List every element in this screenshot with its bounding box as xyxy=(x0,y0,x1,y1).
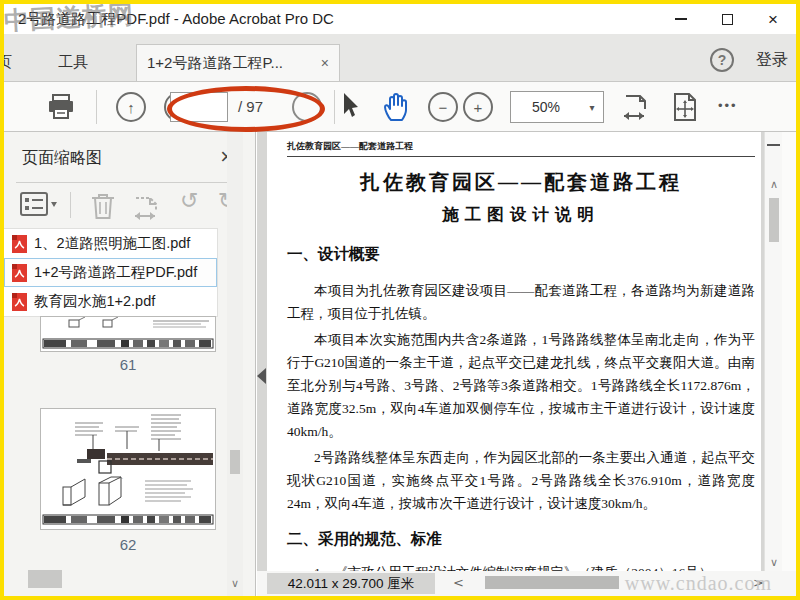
pdf-file-icon xyxy=(12,264,27,282)
window-controls: × xyxy=(658,4,796,34)
thumbnail-page-61[interactable] xyxy=(40,316,216,352)
window-title: 2号路道路工程PDF.pdf - Adobe Acrobat Pro DC xyxy=(18,10,334,29)
viewer-right-margin xyxy=(782,132,796,575)
pdf-file-icon xyxy=(12,235,27,253)
page-size-indicator: 42.011 x 29.700 厘米 xyxy=(267,573,435,594)
title-bar: 2号路道路工程PDF.pdf - Adobe Acrobat Pro DC × xyxy=(4,4,796,34)
main-toolbar: ↑ ↓ / 97 − + 50% ▾ xyxy=(4,82,796,132)
document-viewer: 扎佐教育园区——配套道路工程 扎佐教育园区——配套道路工程 施工图设计说明 一、… xyxy=(257,132,796,596)
page-total-label: / 97 xyxy=(238,98,263,115)
previous-view-button[interactable] xyxy=(292,92,322,122)
rotate-ccw-button[interactable]: ↺ xyxy=(180,188,198,213)
thumbnail-page-62[interactable]: ... xyxy=(40,408,216,530)
panel-title: 页面缩略图 xyxy=(22,148,102,169)
chevron-down-icon[interactable]: ∨ xyxy=(227,577,243,590)
document-subtitle: 施工图设计说明 xyxy=(287,204,755,226)
plus-icon: + xyxy=(474,99,483,116)
scrollbar-top-dash xyxy=(767,144,780,146)
trash-icon xyxy=(90,192,116,220)
minus-icon: − xyxy=(439,99,448,116)
file-list-item[interactable]: 1、2道路照明施工图.pdf xyxy=(4,229,217,258)
zoom-level-dropdown[interactable]: 50% ▾ xyxy=(510,91,604,123)
page-number-input[interactable] xyxy=(170,92,228,122)
more-tools-button[interactable]: ••• xyxy=(718,98,738,113)
horizontal-scrollbar-thumb[interactable] xyxy=(485,576,619,589)
vertical-scrollbar-thumb[interactable] xyxy=(769,198,779,242)
panel-scrollbar[interactable]: ∨ xyxy=(227,132,243,596)
fit-width-button[interactable] xyxy=(620,92,650,126)
file-list-item[interactable]: 教育园水施1+2.pdf xyxy=(4,287,217,316)
print-button[interactable] xyxy=(46,92,76,126)
panel-toolbar-separator xyxy=(70,192,71,218)
previous-page-button[interactable]: ↑ xyxy=(116,92,146,122)
thumbnail-page-number: 62 xyxy=(40,536,216,553)
document-title: 扎佐教育园区——配套道路工程 xyxy=(287,169,755,196)
panel-divider xyxy=(16,182,242,183)
paragraph: 2号路路线整体呈东西走向，作为园区北部的一条主要出入通道，起点平交现状G210国… xyxy=(287,446,755,515)
chevron-down-icon: ▾ xyxy=(581,102,603,113)
page-thumbnails-panel: 页面缩略图 × xyxy=(4,132,256,596)
panel-scrollbar-thumb[interactable] xyxy=(230,450,240,474)
toolbar-separator xyxy=(334,90,335,124)
file-name: 1、2道路照明施工图.pdf xyxy=(34,234,190,253)
file-list-popup: 1、2道路照明施工图.pdf 1+2号路道路工程PDF.pdf 教育园水施1+2… xyxy=(4,228,218,317)
arrow-up-icon: ↑ xyxy=(127,99,135,116)
vertical-scrollbar[interactable]: ∧ ∨ xyxy=(764,132,782,575)
chevron-right-icon[interactable]: > xyxy=(753,575,764,590)
tab-bar: 主页 工具 1+2号路道路工程P... × ? 登录 xyxy=(4,34,796,82)
crop-pages-button[interactable] xyxy=(132,192,162,220)
running-header: 扎佐教育园区——配套道路工程 xyxy=(287,140,755,157)
chevron-down-icon[interactable]: ∨ xyxy=(765,556,783,569)
tab-document[interactable]: 1+2号路道路工程P... × xyxy=(136,44,340,81)
minimize-button[interactable] xyxy=(658,4,704,34)
thumbnail-drawing xyxy=(41,317,215,351)
crop-pages-icon xyxy=(132,192,162,220)
thumbnail-drawing: ... xyxy=(41,409,215,529)
collapse-panel-arrow[interactable] xyxy=(257,368,266,384)
printer-icon xyxy=(46,92,76,122)
sign-in-link[interactable]: 登录 xyxy=(756,50,800,71)
section-heading: 二、采用的规范、标准 xyxy=(287,529,755,550)
fit-width-icon xyxy=(620,92,650,122)
tab-close-icon[interactable]: × xyxy=(321,55,329,71)
pdf-file-icon xyxy=(12,293,27,311)
chevron-up-icon[interactable]: ∧ xyxy=(765,178,783,191)
paragraph: 本项目本次实施范围内共含2条道路，1号路路线整体呈南北走向，作为平行于G210国… xyxy=(287,328,755,443)
select-tool-button[interactable] xyxy=(340,92,362,124)
delete-pages-button[interactable] xyxy=(90,192,116,220)
close-button[interactable]: × xyxy=(750,4,796,34)
status-bar: 42.011 x 29.700 厘米 < > xyxy=(257,571,796,596)
select-cursor-icon xyxy=(340,92,362,120)
zoom-in-button[interactable]: + xyxy=(463,92,493,122)
maximize-button[interactable] xyxy=(704,4,750,34)
fit-page-button[interactable] xyxy=(670,92,700,126)
tab-document-label: 1+2号路道路工程P... xyxy=(147,54,283,73)
thumbnail-options-button[interactable] xyxy=(20,192,58,218)
file-name: 教育园水施1+2.pdf xyxy=(34,292,155,311)
tab-home-partial[interactable]: 主页 xyxy=(4,44,22,81)
minimize-icon xyxy=(675,18,687,20)
fit-page-icon xyxy=(670,92,700,122)
paragraph: 本项目为扎佐教育园区建设项目——配套道路工程，各道路均为新建道路工程，项目位于扎… xyxy=(287,279,755,325)
file-name: 1+2号路道路工程PDF.pdf xyxy=(34,263,197,282)
section-heading: 一、设计概要 xyxy=(287,244,755,265)
hand-tool-icon xyxy=(382,91,412,123)
pdf-page[interactable]: 扎佐教育园区——配套道路工程 扎佐教育园区——配套道路工程 施工图设计说明 一、… xyxy=(267,132,761,575)
options-list-icon xyxy=(20,192,58,218)
panel-hscrollbar-thumb[interactable] xyxy=(28,570,62,588)
toolbar-separator xyxy=(96,90,97,124)
thumbnail-page-number: 61 xyxy=(40,356,216,373)
tab-tools[interactable]: 工具 xyxy=(30,44,116,81)
help-icon[interactable]: ? xyxy=(710,48,734,72)
zoom-out-button[interactable]: − xyxy=(428,92,458,122)
file-list-item-selected[interactable]: 1+2号路道路工程PDF.pdf xyxy=(4,258,217,287)
hand-tool-button[interactable] xyxy=(382,91,412,127)
maximize-icon xyxy=(722,14,733,25)
acrobat-window: 2号路道路工程PDF.pdf - Adobe Acrobat Pro DC × … xyxy=(0,0,800,600)
chevron-left-icon[interactable]: < xyxy=(453,575,464,590)
zoom-level-value: 50% xyxy=(511,99,581,115)
